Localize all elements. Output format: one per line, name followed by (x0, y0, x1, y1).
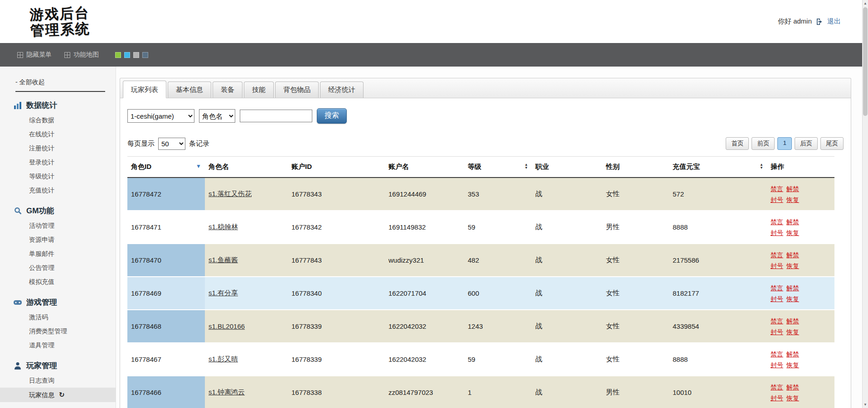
unmute-link[interactable]: 解禁 (786, 284, 799, 292)
theme-swatch-2[interactable] (124, 52, 130, 58)
role-name-link[interactable]: s1.稳翰林 (209, 223, 238, 230)
tab-1[interactable]: 玩家列表 (123, 81, 166, 98)
sort-desc-icon[interactable]: ▼ (196, 163, 201, 169)
sidebar-section-header[interactable]: 数据统计 (14, 100, 116, 110)
function-map-button[interactable]: 功能地图 (64, 51, 99, 59)
search-input[interactable] (240, 110, 312, 122)
sidebar-item[interactable]: 单服邮件 (0, 247, 116, 261)
mute-link[interactable]: 禁言 (771, 284, 783, 292)
mute-link[interactable]: 禁言 (771, 384, 783, 391)
restore-link[interactable]: 恢复 (786, 196, 799, 203)
sidebar-item[interactable]: 充值统计 (0, 183, 116, 197)
ban-link[interactable]: 封号 (771, 196, 783, 203)
scroll-down-arrow[interactable]: ▼ (863, 401, 868, 408)
sort-icon[interactable]: ▲▼ (524, 163, 528, 169)
restore-link[interactable]: 恢复 (786, 394, 799, 402)
sidebar-item[interactable]: 公告管理 (0, 261, 116, 275)
hide-menu-button[interactable]: 隐藏菜单 (17, 51, 52, 59)
tab-4[interactable]: 技能 (244, 82, 274, 98)
role-name-link[interactable]: s1.彭又晴 (209, 355, 238, 363)
sidebar-item[interactable]: 日志查询 (0, 374, 116, 388)
sidebar-item[interactable]: 道具管理 (0, 338, 116, 352)
unmute-link[interactable]: 解禁 (786, 218, 799, 226)
ban-link[interactable]: 封号 (771, 229, 783, 236)
tab-3[interactable]: 装备 (213, 82, 242, 98)
column-header[interactable]: 性别 (602, 157, 669, 178)
sidebar-item[interactable]: 消费类型管理 (0, 324, 116, 338)
mute-link[interactable]: 禁言 (771, 185, 783, 192)
column-header[interactable]: 职业 (532, 157, 602, 178)
mute-link[interactable]: 禁言 (771, 317, 783, 325)
sort-icon[interactable]: ▲▼ (760, 163, 763, 169)
server-select[interactable]: 1-ceshi(game) (127, 109, 194, 123)
ban-link[interactable]: 封号 (771, 361, 783, 369)
action-line: 禁言解禁 (771, 316, 831, 326)
sidebar-section-header[interactable]: GM功能 (14, 206, 116, 216)
sidebar-section-header[interactable]: 游戏管理 (14, 297, 116, 307)
column-header[interactable]: 角色名 (205, 157, 288, 178)
restore-link[interactable]: 恢复 (786, 229, 799, 236)
search-field-select[interactable]: 角色名 (199, 109, 235, 123)
restore-link[interactable]: 恢复 (786, 295, 799, 302)
ban-link[interactable]: 封号 (771, 394, 783, 402)
sidebar-section-title: 游戏管理 (26, 297, 57, 307)
column-header[interactable]: 等级▲▼ (464, 157, 532, 178)
column-header[interactable]: 角色ID▼ (127, 157, 205, 178)
role-name-link[interactable]: s1.BL20166 (209, 322, 245, 330)
page-button[interactable]: 尾页 (820, 137, 844, 150)
restore-link[interactable]: 恢复 (786, 328, 799, 336)
column-header[interactable]: 账户名 (385, 157, 464, 178)
unmute-link[interactable]: 解禁 (786, 317, 799, 325)
page-button[interactable]: 1 (777, 137, 792, 150)
cell-job: 战 (532, 343, 602, 376)
sidebar-item[interactable]: 在线统计 (0, 127, 116, 141)
sidebar-item[interactable]: 资源申请 (0, 233, 116, 247)
sidebar-item[interactable]: 活动管理 (0, 219, 116, 233)
tab-2[interactable]: 基本信息 (168, 82, 211, 98)
column-header[interactable]: 操作 (767, 157, 834, 178)
page-button[interactable]: 前页 (752, 137, 775, 150)
collapse-all-button[interactable]: - 全部收起 (15, 78, 105, 92)
sidebar-item[interactable]: 注册统计 (0, 141, 116, 155)
page-button[interactable]: 后页 (795, 137, 818, 150)
mute-link[interactable]: 禁言 (771, 350, 783, 358)
page-size-select[interactable]: 50 (158, 138, 185, 150)
scrollbar-thumb[interactable] (863, 7, 868, 116)
scroll-up-arrow[interactable]: ▲ (863, 0, 868, 7)
sidebar-item[interactable]: 综合数据 (0, 113, 116, 127)
column-header[interactable]: 充值元宝▲▼ (669, 157, 767, 178)
logout-link[interactable]: 退出 (827, 17, 841, 26)
role-name-link[interactable]: s1.钟离鸿云 (209, 388, 245, 396)
page-button[interactable]: 首页 (726, 137, 749, 150)
search-button[interactable]: 搜索 (317, 108, 347, 124)
unmute-link[interactable]: 解禁 (786, 350, 799, 358)
sidebar-item[interactable]: 模拟充值 (0, 275, 116, 289)
tab-5[interactable]: 背包物品 (275, 82, 319, 98)
role-name-link[interactable]: s1.有分享 (209, 289, 238, 297)
mute-link[interactable]: 禁言 (771, 251, 783, 259)
theme-swatch-3[interactable] (133, 52, 139, 58)
unmute-link[interactable]: 解禁 (786, 251, 799, 259)
refresh-icon[interactable]: ↻ (59, 391, 65, 398)
vertical-scrollbar[interactable]: ▲ ▼ (862, 0, 868, 408)
column-header[interactable]: 账户ID (288, 157, 385, 178)
ban-link[interactable]: 封号 (771, 328, 783, 336)
ban-link[interactable]: 封号 (771, 295, 783, 302)
role-name-link[interactable]: s1.落红又伤花 (209, 190, 252, 197)
theme-swatch-4[interactable] (142, 52, 148, 58)
sidebar-section-header[interactable]: 玩家管理 (14, 360, 116, 371)
tab-6[interactable]: 经济统计 (320, 82, 364, 98)
sidebar-item[interactable]: 等级统计 (0, 169, 116, 183)
restore-link[interactable]: 恢复 (786, 361, 799, 369)
unmute-link[interactable]: 解禁 (786, 384, 799, 391)
ban-link[interactable]: 封号 (771, 262, 783, 269)
role-name-link[interactable]: s1.鱼蘸酱 (209, 256, 238, 264)
theme-swatch-1[interactable] (115, 52, 121, 58)
sidebar-item[interactable]: 登录统计 (0, 155, 116, 169)
cell-job: 战 (532, 211, 602, 244)
restore-link[interactable]: 恢复 (786, 262, 799, 269)
unmute-link[interactable]: 解禁 (786, 185, 799, 192)
sidebar-item[interactable]: 激活码 (0, 310, 116, 324)
mute-link[interactable]: 禁言 (771, 218, 783, 226)
sidebar-item[interactable]: 玩家信息↻ (0, 388, 116, 402)
